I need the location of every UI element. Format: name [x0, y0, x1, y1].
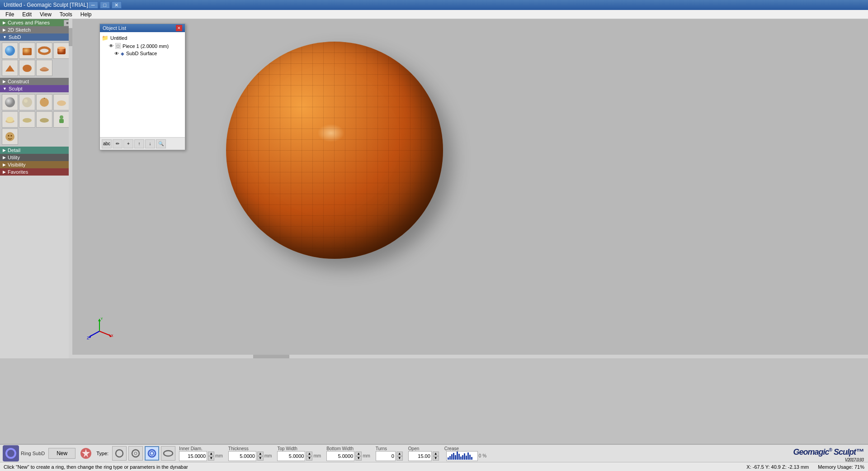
spin-turns: ▲ ▼: [396, 452, 403, 461]
param-input-bottom-width[interactable]: [326, 451, 354, 461]
section-label-sculpt: Sculpt: [9, 86, 23, 91]
spin-down-top-width[interactable]: ▼: [306, 456, 312, 461]
object-list-titlebar[interactable]: Object List ✕: [100, 24, 185, 32]
left-scrollbar[interactable]: [69, 19, 72, 358]
spin-down-open[interactable]: ▼: [433, 456, 439, 461]
section-favorites[interactable]: ▶ Favorites: [0, 168, 72, 176]
svg-point-32: [116, 450, 123, 457]
tool-wedge[interactable]: [2, 60, 18, 76]
menu-file[interactable]: File: [2, 10, 18, 19]
sculpt-tool-grid: [0, 92, 72, 147]
spin-up-bottom-width[interactable]: ▲: [355, 452, 362, 456]
spin-down-turns[interactable]: ▼: [396, 456, 403, 461]
tool-sculpt-move[interactable]: [2, 111, 18, 128]
mem-bar-14: [471, 457, 472, 460]
tool-sculpt-texture[interactable]: [36, 111, 52, 128]
svg-point-9: [22, 97, 32, 107]
tool-blob[interactable]: [19, 60, 35, 76]
obj-tool-search[interactable]: 🔍: [156, 139, 166, 148]
obj-tool-edit[interactable]: ✏: [113, 139, 123, 148]
tool-cylinder[interactable]: [53, 43, 70, 59]
param-input-top-width[interactable]: [277, 451, 305, 461]
section-construct[interactable]: ▶ Construct: [0, 78, 72, 85]
menu-tools[interactable]: Tools: [56, 10, 76, 19]
section-arrow-favorites: ▶: [3, 170, 6, 174]
viewport[interactable]: Object List ✕ 📁 Untitled 👁 □ Piece 1 (2.…: [72, 19, 868, 358]
crease-value: 0 %: [479, 453, 486, 458]
minimize-button[interactable]: ─: [88, 1, 98, 9]
type-label: Type:: [96, 451, 108, 456]
spin-down-bottom-width[interactable]: ▼: [355, 456, 362, 461]
spin-up-top-width[interactable]: ▲: [306, 452, 312, 456]
svg-point-13: [57, 100, 66, 106]
branding-name: Geomagic® Sculpt™: [793, 447, 863, 457]
tool-sculpt-flatten[interactable]: [53, 94, 70, 110]
branding-sub: Sculpt: [834, 447, 856, 457]
new-button[interactable]: New: [48, 448, 75, 459]
spin-up-thickness[interactable]: ▲: [257, 452, 264, 456]
param-input-turns[interactable]: [376, 451, 396, 461]
h-scrollbar[interactable]: [72, 355, 868, 358]
ring-type-1[interactable]: [112, 446, 127, 461]
tree-label-subd: SubD Surface: [126, 51, 157, 56]
param-label-turns: Turns: [376, 446, 387, 451]
tool-sculpt-figure[interactable]: [53, 111, 70, 128]
obj-tool-copy[interactable]: +: [123, 139, 133, 148]
titlebar: Untitled - Geomagic Sculpt [TRIAL] ─ □ ✕: [0, 0, 868, 10]
spin-down-inner-diam[interactable]: ▼: [208, 456, 214, 461]
tree-item-subd-surface[interactable]: 👁 ◆ SubD Surface: [102, 50, 183, 57]
tool-sculpt-smooth[interactable]: [19, 94, 35, 110]
tool-sculpt-inflate[interactable]: [36, 94, 52, 110]
tree-item-untitled[interactable]: 📁 Untitled: [102, 34, 183, 42]
obj-tool-down[interactable]: ↓: [145, 139, 155, 148]
section-subd[interactable]: ▼ SubD: [0, 33, 72, 41]
close-button[interactable]: ✕: [112, 1, 122, 9]
param-input-inner-diam[interactable]: [179, 451, 207, 461]
tool-box[interactable]: [19, 43, 35, 59]
tree-label-untitled: Untitled: [110, 35, 127, 41]
menu-help[interactable]: Help: [77, 10, 95, 19]
section-2d-sketch[interactable]: ▶ 2D Sketch: [0, 26, 72, 33]
menu-edit[interactable]: Edit: [19, 10, 35, 19]
status-hint: Click "New" to create a ring, then chang…: [4, 464, 746, 470]
mem-bar-3: [451, 454, 453, 460]
left-scrollbar-thumb[interactable]: [69, 28, 72, 46]
ring-type-3[interactable]: [145, 446, 159, 461]
spin-up-inner-diam[interactable]: ▲: [208, 452, 214, 456]
tool-sphere[interactable]: [2, 43, 18, 59]
section-arrow: ▶: [3, 20, 6, 25]
section-detail[interactable]: ▶ Detail: [0, 147, 72, 154]
ring-subd-icon-box: [3, 445, 19, 461]
object-list-content: 📁 Untitled 👁 □ Piece 1 (2.0000 mm) 👁 ◆ S…: [100, 32, 185, 59]
maximize-button[interactable]: □: [100, 1, 110, 9]
section-sculpt[interactable]: ▼ Sculpt: [0, 85, 72, 92]
spin-up-open[interactable]: ▲: [433, 452, 439, 456]
spin-down-thickness[interactable]: ▼: [257, 456, 264, 461]
tool-sculpt-face[interactable]: [2, 128, 18, 145]
svg-point-36: [150, 452, 154, 455]
ring-subd-label: Ring SubD: [21, 451, 45, 456]
ring-type-2[interactable]: [128, 446, 143, 461]
tool-torus[interactable]: [36, 43, 52, 59]
obj-tool-abc[interactable]: abc: [102, 139, 112, 148]
svg-point-17: [40, 118, 49, 123]
object-list-close-button[interactable]: ✕: [176, 25, 182, 31]
tree-item-piece1[interactable]: 👁 □ Piece 1 (2.0000 mm): [102, 42, 183, 50]
menu-view[interactable]: View: [36, 10, 55, 19]
param-input-thickness[interactable]: [228, 451, 256, 461]
spin-up-turns[interactable]: ▲: [396, 452, 403, 456]
tool-sculpt-sphere[interactable]: [2, 94, 18, 110]
svg-point-2: [39, 48, 50, 54]
param-input-open[interactable]: [408, 451, 432, 461]
ring-type-4[interactable]: [161, 446, 175, 461]
section-utility[interactable]: ▶ Utility: [0, 154, 72, 161]
y-label: Y: [100, 318, 103, 321]
tool-cap[interactable]: [36, 60, 52, 76]
tool-sculpt-crease[interactable]: [19, 111, 35, 128]
h-scrollbar-thumb[interactable]: [253, 355, 289, 358]
obj-tool-up[interactable]: ↑: [134, 139, 144, 148]
section-curves-planes[interactable]: ▶ Curves and Planes: [0, 19, 72, 26]
section-visibility[interactable]: ▶ Visibility: [0, 161, 72, 168]
section-label-curves: Curves and Planes: [8, 20, 50, 25]
titlebar-controls: ─ □ ✕: [88, 1, 122, 9]
